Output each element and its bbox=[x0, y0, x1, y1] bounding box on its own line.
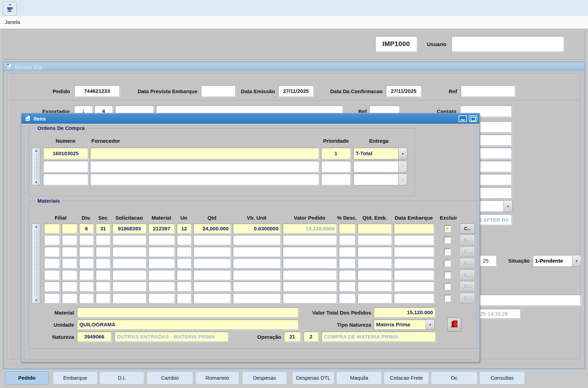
material-cell[interactable]: 212397 bbox=[148, 223, 175, 234]
qtd-cell[interactable] bbox=[193, 235, 231, 245]
data-embarque-cell[interactable] bbox=[394, 258, 434, 268]
chevron-down-icon[interactable]: ▼ bbox=[398, 148, 407, 159]
solicitacao-cell[interactable]: 91868393 bbox=[112, 223, 146, 234]
itens-exit-button[interactable] bbox=[447, 318, 461, 332]
qtd-emb-cell[interactable] bbox=[357, 258, 392, 268]
data-embarque-cell[interactable] bbox=[394, 270, 434, 280]
sec-cell[interactable] bbox=[96, 293, 110, 303]
excluir-checkbox[interactable] bbox=[444, 225, 451, 232]
denver-erp-titlebar[interactable]: Denver Erp bbox=[3, 62, 585, 71]
filial-cell[interactable] bbox=[44, 258, 60, 268]
div-cell[interactable] bbox=[79, 235, 94, 245]
qtd-emb-cell[interactable] bbox=[357, 270, 392, 280]
qtd-cell[interactable] bbox=[193, 281, 231, 292]
filial-cell[interactable] bbox=[44, 281, 60, 292]
tab-cotacao-frete[interactable]: Cotacao Frete bbox=[384, 371, 429, 385]
sec-cell[interactable] bbox=[96, 270, 110, 280]
solicitacao-cell[interactable] bbox=[112, 235, 146, 245]
un-cell[interactable] bbox=[177, 281, 191, 292]
filial-cell[interactable] bbox=[44, 293, 60, 303]
fornecedor-cell[interactable] bbox=[90, 148, 319, 159]
material-cell[interactable] bbox=[148, 281, 175, 292]
prioridade-cell[interactable] bbox=[321, 161, 351, 173]
desc-cell[interactable] bbox=[339, 258, 356, 268]
un-cell[interactable] bbox=[177, 235, 191, 245]
div-cell[interactable] bbox=[79, 293, 94, 303]
un-cell[interactable] bbox=[177, 258, 191, 268]
solicitacao-cell[interactable] bbox=[112, 247, 146, 257]
desc-cell[interactable] bbox=[339, 270, 356, 280]
data-embarque-cell[interactable] bbox=[394, 235, 434, 245]
vlr-unit-cell[interactable] bbox=[233, 281, 281, 292]
qtd-emb-cell[interactable] bbox=[357, 235, 392, 245]
material-cell[interactable] bbox=[148, 293, 175, 303]
div-cell[interactable]: 6 bbox=[79, 223, 94, 234]
filial-cell[interactable] bbox=[44, 235, 60, 245]
entrega-dropdown[interactable]: T-Total ▼ bbox=[353, 148, 407, 159]
vlr-unit-cell[interactable] bbox=[233, 235, 281, 245]
div-cell[interactable] bbox=[79, 281, 94, 292]
filial-cell[interactable] bbox=[44, 247, 60, 257]
qtd-emb-cell[interactable] bbox=[357, 247, 392, 257]
data-embarque-cell[interactable] bbox=[394, 223, 434, 234]
solicitacao-cell[interactable] bbox=[112, 270, 146, 280]
data-embarque-cell[interactable] bbox=[394, 247, 434, 257]
material-cell[interactable] bbox=[148, 270, 175, 280]
un-cell[interactable] bbox=[177, 293, 191, 303]
prioridade-cell[interactable] bbox=[321, 174, 351, 185]
filial2-cell[interactable] bbox=[62, 281, 77, 292]
filial2-cell[interactable] bbox=[62, 223, 77, 234]
vlr-unit-cell[interactable] bbox=[233, 247, 281, 257]
vlr-unit-cell[interactable]: 0.6300000 bbox=[233, 223, 281, 234]
usuario-input[interactable] bbox=[451, 36, 564, 52]
fornecedor-cell[interactable] bbox=[90, 174, 319, 185]
entrega-dropdown[interactable]: ▼ bbox=[353, 174, 407, 185]
operacao-code1-field[interactable]: 21 bbox=[284, 332, 301, 342]
qtd-cell[interactable] bbox=[193, 270, 231, 280]
data-embarque-cell[interactable] bbox=[394, 281, 434, 292]
desc-cell[interactable] bbox=[339, 293, 356, 303]
operacao-code2-field[interactable]: 2 bbox=[303, 332, 319, 342]
fornecedor-cell[interactable] bbox=[90, 161, 319, 173]
vlr-unit-cell[interactable] bbox=[233, 293, 281, 303]
qtd-emb-cell[interactable] bbox=[357, 223, 392, 234]
un-cell[interactable] bbox=[177, 247, 191, 257]
filial2-cell[interactable] bbox=[62, 235, 77, 245]
desc-cell[interactable] bbox=[339, 223, 356, 234]
filial-cell[interactable] bbox=[44, 270, 60, 280]
material-cell[interactable] bbox=[148, 247, 175, 257]
tab-consultas[interactable]: Consultas bbox=[479, 371, 525, 385]
itens-titlebar[interactable]: Itens bbox=[21, 114, 479, 124]
qtd-cell[interactable]: 24,000.000 bbox=[193, 223, 231, 234]
vlr-unit-cell[interactable] bbox=[233, 270, 281, 280]
qtd-cell[interactable] bbox=[193, 247, 231, 257]
tab-pedido[interactable]: Pedido bbox=[5, 371, 49, 385]
qtd-emb-cell[interactable] bbox=[357, 281, 392, 292]
material-field[interactable] bbox=[77, 307, 299, 318]
excluir-checkbox[interactable] bbox=[444, 272, 451, 279]
tab-despesas[interactable]: Despesas bbox=[242, 371, 287, 385]
excluir-checkbox[interactable] bbox=[444, 237, 451, 244]
sec-cell[interactable]: 31 bbox=[96, 223, 110, 234]
un-cell[interactable] bbox=[177, 270, 191, 280]
sec-cell[interactable] bbox=[96, 247, 110, 257]
filial2-cell[interactable] bbox=[62, 258, 77, 268]
natureza-code-field[interactable]: 3949066 bbox=[77, 332, 112, 342]
div-cell[interactable] bbox=[79, 247, 94, 257]
excluir-checkbox[interactable] bbox=[444, 260, 451, 267]
desc-cell[interactable] bbox=[339, 247, 356, 257]
chevron-down-icon[interactable]: ▼ bbox=[426, 319, 435, 330]
tab-oc[interactable]: Oc bbox=[431, 371, 478, 385]
solicitacao-cell[interactable] bbox=[112, 281, 146, 292]
solicitacao-cell[interactable] bbox=[112, 293, 146, 303]
tab-maquila[interactable]: Maquila bbox=[336, 371, 382, 385]
qtd-cell[interactable] bbox=[193, 293, 231, 303]
excluir-checkbox[interactable] bbox=[444, 283, 451, 290]
maximize-button[interactable] bbox=[469, 115, 477, 122]
un-cell[interactable]: 12 bbox=[177, 223, 191, 234]
sec-cell[interactable] bbox=[96, 235, 110, 245]
numero-cell[interactable] bbox=[43, 161, 88, 173]
prioridade-cell[interactable]: 1 bbox=[321, 148, 351, 159]
filial2-cell[interactable] bbox=[62, 270, 77, 280]
sec-cell[interactable] bbox=[96, 281, 110, 292]
